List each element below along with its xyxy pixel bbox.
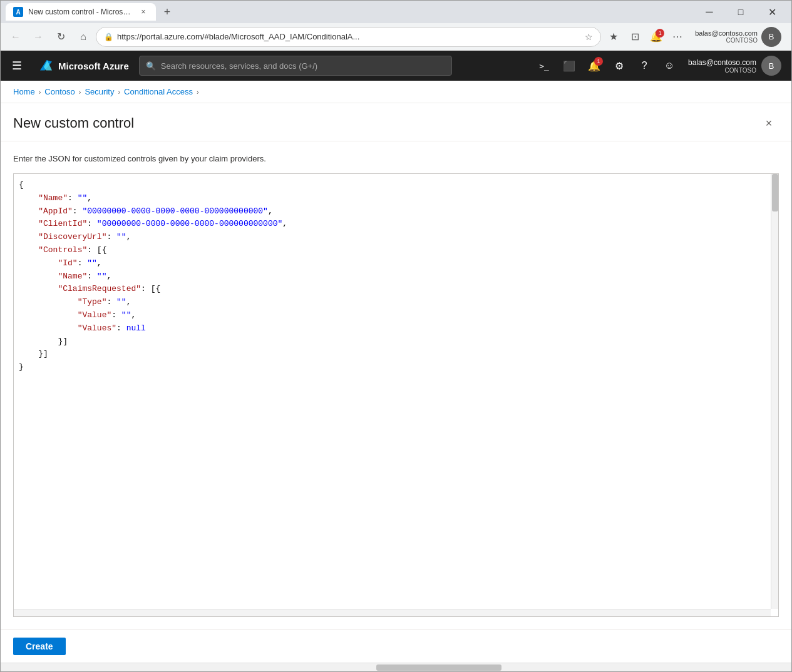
tab-close-button[interactable]: ×	[138, 7, 148, 17]
portal-content: Home › Contoso › Security › Conditional …	[1, 81, 791, 663]
json-line-6: "Controls": [{	[19, 244, 766, 257]
azure-header: ☰ Microsoft Azure 🔍 Search resources, se…	[1, 51, 791, 81]
browser-frame: A New custom control - Microsoft ... × +…	[0, 0, 792, 672]
user-org: CONTOSO	[695, 37, 758, 44]
bookmark-icon[interactable]: ☆	[585, 32, 593, 42]
search-placeholder: Search resources, services, and docs (G+…	[161, 61, 317, 71]
blade-close-button[interactable]: ×	[759, 113, 779, 133]
breadcrumb-sep-3: ›	[118, 88, 120, 96]
search-icon: 🔍	[146, 61, 156, 71]
header-notification-badge: 1	[594, 57, 603, 66]
breadcrumb-sep-1: ›	[39, 88, 41, 96]
toolbar-actions: ★ ⊡ 🔔 1 ⋯	[604, 27, 687, 47]
breadcrumb-conditional-access[interactable]: Conditional Access	[124, 87, 193, 96]
directory-button[interactable]: ⬛	[558, 54, 580, 77]
help-button[interactable]: ?	[633, 54, 656, 77]
browser-tab[interactable]: A New custom control - Microsoft ... ×	[6, 3, 156, 21]
json-scrollbar-horizontal[interactable]	[14, 609, 771, 616]
breadcrumb-contoso[interactable]: Contoso	[44, 87, 75, 96]
header-user-org: CONTOSO	[688, 67, 756, 74]
tab-title: New custom control - Microsoft ...	[28, 8, 133, 16]
json-line-12: "Values": null	[19, 322, 766, 335]
tab-favicon: A	[13, 7, 23, 17]
notifications-button[interactable]: 🔔 1	[646, 27, 666, 47]
user-email: balas@contoso.com	[695, 29, 758, 37]
forward-button[interactable]: →	[28, 27, 48, 47]
breadcrumb: Home › Contoso › Security › Conditional …	[1, 81, 791, 103]
azure-logo: Microsoft Azure	[33, 58, 134, 73]
breadcrumb-home[interactable]: Home	[13, 87, 35, 96]
hamburger-menu-button[interactable]: ☰	[6, 54, 28, 77]
json-line-14: }]	[19, 348, 766, 361]
blade-body: Enter the JSON for customized controls g…	[1, 141, 791, 629]
blade-footer: Create	[1, 629, 791, 663]
user-info: balas@contoso.com CONTOSO	[695, 29, 758, 44]
bottom-scrollbar[interactable]	[1, 663, 791, 671]
notification-badge: 1	[656, 29, 664, 38]
header-user-email: balas@contoso.com	[688, 58, 756, 67]
json-line-8: "Name": "",	[19, 270, 766, 283]
header-avatar: B	[761, 56, 781, 76]
json-line-2: "Name": "",	[19, 192, 766, 205]
json-line-13: }]	[19, 335, 766, 349]
json-line-10: "Type": "",	[19, 296, 766, 309]
browser-toolbar: ← → ↻ ⌂ 🔒 https://portal.azure.com/#blad…	[1, 23, 791, 51]
blade-title: New custom control	[13, 115, 134, 131]
user-avatar: B	[761, 27, 781, 47]
json-scrollbar-vertical[interactable]	[771, 174, 778, 609]
home-button[interactable]: ⌂	[73, 27, 93, 47]
header-user-info: balas@contoso.com CONTOSO	[688, 58, 756, 74]
breadcrumb-security[interactable]: Security	[85, 87, 114, 96]
notifications-bell-button[interactable]: 🔔 1	[583, 54, 605, 77]
browser-settings-button[interactable]: ⋯	[667, 27, 687, 47]
json-line-15: }	[19, 361, 766, 374]
refresh-button[interactable]: ↻	[51, 27, 71, 47]
settings-gear-button[interactable]: ⚙	[608, 54, 630, 77]
new-tab-button[interactable]: +	[158, 3, 176, 21]
json-line-3: "AppId": "00000000-0000-0000-0000-000000…	[19, 205, 766, 218]
json-line-7: "Id": "",	[19, 257, 766, 270]
create-button[interactable]: Create	[13, 638, 66, 655]
browser-titlebar: A New custom control - Microsoft ... × +…	[1, 1, 791, 23]
json-line-5: "DiscoveryUrl": "",	[19, 231, 766, 244]
back-button[interactable]: ←	[6, 27, 26, 47]
address-bar[interactable]: 🔒 https://portal.azure.com/#blade/Micros…	[96, 27, 601, 47]
json-line-4: "ClientId": "00000000-0000-0000-0000-000…	[19, 218, 766, 231]
azure-portal: ☰ Microsoft Azure 🔍 Search resources, se…	[1, 51, 791, 663]
json-line-9: "ClaimsRequested": [{	[19, 283, 766, 296]
favorites-button[interactable]: ★	[604, 27, 624, 47]
cloud-shell-button[interactable]: >_	[533, 54, 555, 77]
azure-logo-icon	[38, 58, 53, 73]
minimize-button[interactable]: ─	[695, 2, 724, 22]
header-user-profile[interactable]: balas@contoso.com CONTOSO B	[683, 56, 786, 76]
url-text: https://portal.azure.com/#blade/Microsof…	[117, 32, 581, 41]
azure-search-bar[interactable]: 🔍 Search resources, services, and docs (…	[139, 56, 452, 76]
json-editor-wrapper: { "Name": "", "AppId": "00000000-0000-00…	[13, 173, 779, 617]
user-profile[interactable]: balas@contoso.com CONTOSO B	[690, 27, 786, 47]
json-line-11: "Value": "",	[19, 309, 766, 322]
bottom-scrollbar-thumb[interactable]	[376, 664, 501, 671]
breadcrumb-sep-2: ›	[79, 88, 81, 96]
breadcrumb-sep-4: ›	[197, 88, 199, 96]
feedback-button[interactable]: ☺	[658, 54, 681, 77]
blade-description: Enter the JSON for customized controls g…	[13, 154, 779, 163]
azure-logo-text: Microsoft Azure	[58, 61, 129, 71]
json-scrollbar-thumb[interactable]	[772, 174, 778, 211]
lock-icon: 🔒	[104, 33, 113, 41]
maximize-button[interactable]: □	[726, 2, 755, 22]
json-line-1: {	[19, 179, 766, 192]
blade-header: New custom control ×	[1, 103, 791, 141]
blade-container: New custom control × Enter the JSON for …	[1, 103, 791, 663]
azure-header-actions: >_ ⬛ 🔔 1 ⚙ ? ☺ balas@contoso.com CONTOSO…	[533, 54, 786, 77]
close-window-button[interactable]: ✕	[758, 2, 786, 22]
collections-button[interactable]: ⊡	[625, 27, 645, 47]
json-editor[interactable]: { "Name": "", "AppId": "00000000-0000-00…	[14, 174, 771, 609]
